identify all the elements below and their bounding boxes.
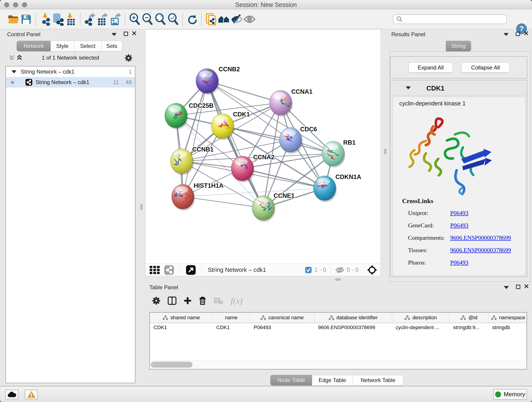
network-node-hist1h1a[interactable]: HIST1H1A: [172, 182, 224, 211]
hidden-elements-eye-slash-icon[interactable]: [335, 266, 344, 274]
crosslink-link[interactable]: P06493: [450, 259, 468, 268]
tab-network-table[interactable]: Network Table: [353, 375, 404, 385]
collection-expand-arrow-icon[interactable]: [12, 70, 17, 73]
main-toolbar: ?: [0, 9, 532, 29]
collapse-all-button[interactable]: Collapse All: [461, 62, 510, 73]
column-header-name[interactable]: name: [213, 313, 250, 323]
save-floppy-icon: [21, 14, 32, 25]
eye-icon: [243, 14, 256, 24]
add-column-icon[interactable]: [184, 297, 191, 305]
control-panel-close-button[interactable]: ✕: [131, 31, 137, 36]
birdseye-grid-icon[interactable]: [149, 265, 161, 274]
memory-button[interactable]: Memory: [493, 389, 527, 400]
refresh-view-button[interactable]: [186, 13, 198, 26]
search-field[interactable]: [393, 14, 507, 24]
memory-status-dot-icon: [495, 391, 501, 397]
control-panel-float-button[interactable]: [124, 32, 128, 36]
zoom-in-button[interactable]: [128, 13, 141, 26]
export-image-button[interactable]: [109, 13, 122, 26]
column-header-namespace[interactable]: namespace: [488, 313, 527, 323]
warnings-button[interactable]: [25, 390, 38, 399]
tab-style[interactable]: Style: [51, 41, 74, 51]
network-node-ccnb1[interactable]: CCNB1: [171, 146, 214, 175]
scrollbar-thumb[interactable]: [151, 362, 192, 368]
column-header-label: database identifier: [336, 315, 378, 321]
table-options-gear-icon[interactable]: [152, 297, 160, 305]
column-header-label: shared name: [171, 315, 200, 321]
expand-all-button[interactable]: Expand All: [409, 62, 453, 73]
control-panel-tabs: NetworkStyleSelectSets: [17, 41, 122, 51]
table-panel-menu-button[interactable]: [504, 286, 509, 289]
selected-nodes-checkbox-icon[interactable]: [305, 267, 312, 273]
import-table-button[interactable]: [64, 13, 77, 26]
right-splitter-handle[interactable]: [384, 148, 386, 154]
network-canvas[interactable]: CCNB2CCNA1CDC25BCDK1CDC6RB1CCNB1CCNA2CDK…: [146, 30, 380, 264]
network-options-gear-icon[interactable]: [125, 54, 133, 62]
network-collection-row[interactable]: String Network – cdk1 1: [6, 66, 135, 77]
network-node-cdkn1a[interactable]: CDKN1A: [313, 173, 361, 202]
gene-header-row[interactable]: CDK1: [391, 81, 526, 96]
gene-name: CDK1: [426, 85, 444, 92]
tab-sets[interactable]: Sets: [101, 41, 122, 51]
results-panel-title: Results Panel: [391, 31, 425, 37]
zoom-fit-button[interactable]: [154, 13, 167, 26]
search-input[interactable]: [403, 16, 504, 23]
toolbar-separator: [35, 13, 36, 26]
zoom-out-button[interactable]: [141, 13, 154, 26]
network-node-rb1[interactable]: RB1: [322, 139, 355, 167]
import-network-button[interactable]: [39, 13, 51, 26]
crosslink-link[interactable]: 9606.ENSP00000378699: [450, 247, 511, 256]
home-view-button[interactable]: [217, 13, 230, 26]
save-session-button[interactable]: [20, 13, 32, 26]
network-node-ccnb2[interactable]: CCNB2: [196, 66, 240, 95]
bottom-splitter-handle[interactable]: [335, 278, 341, 281]
show-columns-icon[interactable]: [168, 297, 177, 305]
table-panel-float-button[interactable]: [516, 285, 520, 289]
network-row-selected[interactable]: String Network – cdk1 11 48: [6, 77, 135, 88]
show-hide-eye-button[interactable]: [243, 13, 256, 26]
network-edge[interactable]: [183, 81, 207, 197]
column-header-database-identifier[interactable]: database identifier: [314, 313, 392, 323]
tab-string[interactable]: String: [446, 41, 471, 51]
column-tree-icon: [491, 315, 497, 320]
delete-column-trash-icon[interactable]: [199, 296, 206, 305]
column-header-canonical-name[interactable]: canonical name: [250, 313, 314, 323]
toolbar-separator: [201, 13, 202, 26]
results-panel-float-button[interactable]: [516, 32, 520, 36]
tab-network[interactable]: Network: [17, 41, 51, 51]
clone-network-button[interactable]: [205, 13, 217, 26]
network-node-ccne1[interactable]: CCNE1: [252, 192, 295, 222]
open-in-window-icon[interactable]: [186, 265, 196, 275]
column-header-description[interactable]: description: [392, 313, 450, 323]
network-node-cdk1[interactable]: CDK1: [211, 111, 250, 140]
crosslink-link[interactable]: P06493: [450, 222, 468, 231]
export-table-icon: [97, 13, 109, 26]
cloud-status-button[interactable]: [5, 390, 18, 399]
table-horizontal-scrollbar[interactable]: [150, 360, 526, 369]
crosslink-link[interactable]: 9606.ENSP00000378699: [450, 235, 511, 244]
export-table-button[interactable]: [96, 13, 109, 26]
column-header-@id[interactable]: @id: [450, 313, 488, 323]
network-node-cdc6[interactable]: CDC6: [279, 126, 317, 154]
control-panel-menu-button[interactable]: [112, 33, 117, 36]
table-row[interactable]: CDK1CDK1P064939606.ENSP00000378699cyclin…: [150, 323, 526, 333]
gene-collapse-arrow-icon[interactable]: [406, 86, 411, 89]
tab-node-table[interactable]: Node Table: [270, 375, 312, 385]
zoom-selected-button[interactable]: [167, 13, 179, 26]
open-session-button[interactable]: [7, 13, 20, 26]
tab-edge-table[interactable]: Edge Table: [312, 375, 353, 385]
column-header-shared-name[interactable]: shared name: [150, 313, 213, 323]
left-splitter-handle[interactable]: [140, 204, 143, 210]
toggle-graphics-details-button[interactable]: [230, 13, 243, 26]
pan-crosshair-icon[interactable]: [367, 265, 377, 275]
crosslink-link[interactable]: P06493: [450, 210, 468, 219]
results-panel-menu-button[interactable]: [504, 33, 509, 36]
network-node-cdc25b[interactable]: CDC25B: [165, 102, 214, 129]
network-share-icon[interactable]: [164, 265, 174, 275]
import-network-from-database-button[interactable]: [51, 13, 64, 26]
results-panel-close-button[interactable]: ✕: [523, 31, 529, 36]
export-network-button[interactable]: [83, 13, 96, 26]
table-panel-close-button[interactable]: ✕: [524, 284, 529, 289]
column-header-label: @id: [468, 315, 477, 321]
tab-select[interactable]: Select: [74, 41, 101, 51]
